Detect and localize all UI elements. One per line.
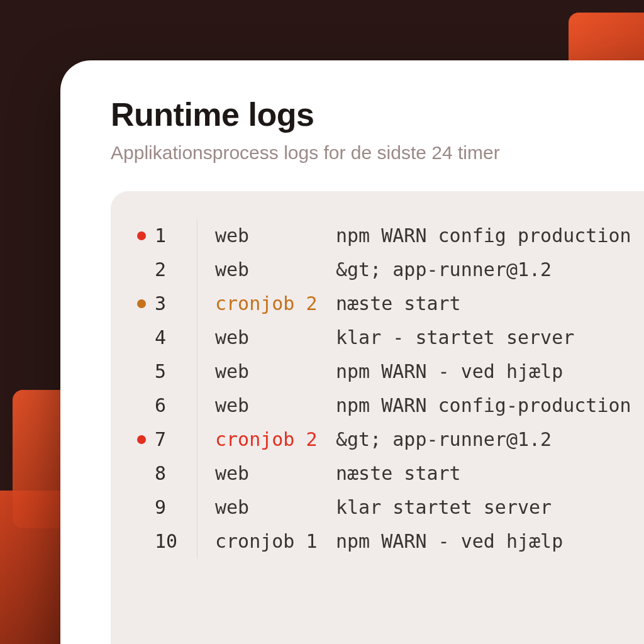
- log-message: &gt; app-runner@1.2: [333, 260, 552, 279]
- log-source: cronjob 2: [197, 430, 333, 449]
- log-source: cronjob 2: [197, 294, 333, 313]
- line-number: 1: [151, 219, 197, 253]
- log-source: web: [197, 498, 333, 517]
- log-row[interactable]: 5webnpm WARN - ved hjælp: [132, 355, 644, 389]
- log-message: &gt; app-runner@1.2: [333, 430, 552, 449]
- status-dot-cell: [132, 299, 151, 308]
- line-number: 9: [151, 491, 197, 525]
- page-title: Runtime logs: [111, 96, 644, 133]
- line-number: 5: [151, 355, 197, 389]
- log-message: npm WARN config-production: [333, 396, 631, 415]
- logs-card: Runtime logs Applikationsprocess logs fo…: [60, 60, 644, 644]
- line-number: 7: [151, 423, 197, 457]
- status-dot-cell: [132, 231, 151, 240]
- log-message: næste start: [333, 294, 461, 313]
- line-number: 6: [151, 389, 197, 423]
- log-row[interactable]: 6webnpm WARN config-production: [132, 389, 644, 423]
- log-row[interactable]: 8webnæste start: [132, 457, 644, 491]
- status-dot-cell: [132, 435, 151, 444]
- log-source: web: [197, 396, 333, 415]
- log-row[interactable]: 10cronjob 1npm WARN - ved hjælp: [132, 525, 644, 558]
- log-message: klar startet server: [333, 498, 552, 517]
- log-row[interactable]: 2web&gt; app-runner@1.2: [132, 253, 644, 287]
- line-number: 2: [151, 253, 197, 287]
- line-number: 3: [151, 287, 197, 321]
- log-source: web: [197, 328, 333, 347]
- log-source: web: [197, 260, 333, 279]
- log-row[interactable]: 3cronjob 2næste start: [132, 287, 644, 321]
- log-source: web: [197, 226, 333, 245]
- amber-status-dot-icon: [137, 299, 146, 308]
- log-message: næste start: [333, 464, 461, 483]
- log-message: npm WARN config production: [333, 226, 631, 245]
- log-row[interactable]: 7cronjob 2&gt; app-runner@1.2: [132, 423, 644, 457]
- line-number: 8: [151, 457, 197, 491]
- log-source: web: [197, 464, 333, 483]
- log-message: klar - startet server: [333, 328, 574, 347]
- log-message: npm WARN - ved hjælp: [333, 532, 563, 551]
- line-number: 4: [151, 321, 197, 355]
- log-source: cronjob 1: [197, 532, 333, 551]
- log-source: web: [197, 362, 333, 381]
- log-panel: 1webnpm WARN config production2web&gt; a…: [111, 191, 644, 644]
- page-subtitle: Applikationsprocess logs for de sidste 2…: [111, 142, 644, 164]
- line-number: 10: [151, 525, 197, 558]
- log-row[interactable]: 1webnpm WARN config production: [132, 219, 644, 253]
- red-status-dot-icon: [137, 435, 146, 444]
- red-status-dot-icon: [137, 231, 146, 240]
- log-row[interactable]: 9webklar startet server: [132, 491, 644, 525]
- log-message: npm WARN - ved hjælp: [333, 362, 563, 381]
- log-row[interactable]: 4webklar - startet server: [132, 321, 644, 355]
